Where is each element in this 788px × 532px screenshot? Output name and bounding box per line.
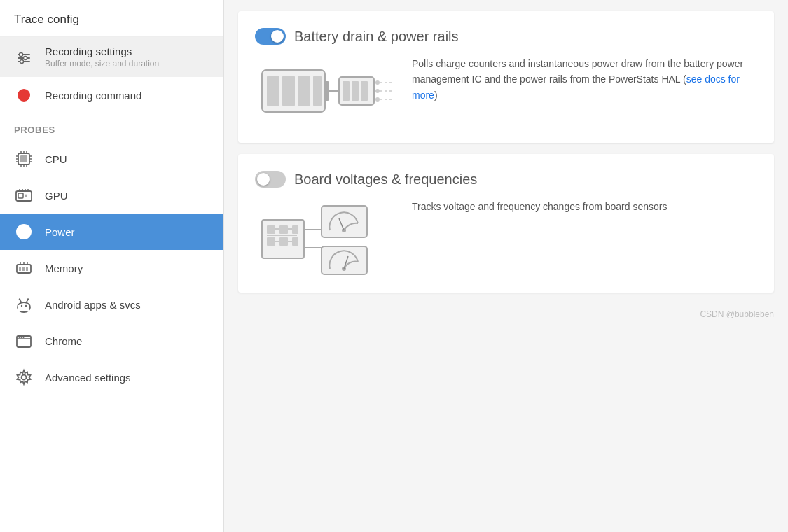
board-voltages-toggle-slider [255, 171, 286, 188]
svg-rect-72 [267, 225, 275, 234]
sidebar-item-power-label: Power [45, 226, 75, 238]
gpu-icon [14, 186, 34, 205]
board-voltages-illustration [255, 199, 395, 276]
battery-drain-toggle-slider [255, 28, 286, 45]
sidebar-item-memory-label: Memory [45, 262, 83, 274]
svg-rect-74 [292, 225, 298, 234]
svg-rect-61 [361, 81, 368, 101]
svg-point-3 [20, 52, 23, 56]
battery-drain-card-header: Battery drain & power rails [255, 28, 757, 45]
board-voltages-title: Board voltages & frequencies [294, 172, 477, 188]
battery-drain-card-body: Polls charge counters and instantaneous … [255, 56, 757, 126]
svg-rect-76 [279, 237, 288, 246]
svg-point-50 [22, 375, 27, 380]
svg-rect-59 [343, 81, 350, 101]
battery-drain-title: Battery drain & power rails [294, 29, 459, 45]
svg-rect-82 [322, 206, 367, 237]
svg-point-4 [24, 56, 27, 59]
svg-rect-53 [282, 76, 295, 106]
main-content: Battery drain & power rails [224, 0, 788, 532]
svg-rect-52 [267, 76, 279, 106]
svg-point-48 [21, 337, 22, 338]
battery-drain-illustration [255, 56, 395, 126]
svg-rect-31 [19, 267, 21, 271]
sidebar-item-recording-command[interactable]: Recording command [0, 77, 223, 113]
sidebar-item-android[interactable]: Android apps & svcs [0, 286, 223, 323]
sidebar-item-memory[interactable]: Memory [0, 250, 223, 286]
sliders-icon [14, 48, 34, 67]
svg-point-6 [18, 89, 30, 102]
probes-section-header: Probes [0, 113, 223, 141]
svg-rect-55 [313, 76, 322, 106]
svg-rect-60 [352, 81, 359, 101]
sidebar-item-advanced-settings[interactable]: Advanced settings [0, 359, 223, 396]
sidebar-item-android-label: Android apps & svcs [45, 299, 141, 311]
sidebar-item-recording-settings-label: Recording settings [45, 46, 159, 57]
sidebar-item-recording-settings[interactable]: Recording settings Buffer mode, size and… [0, 37, 223, 77]
sidebar-item-cpu[interactable]: CPU [0, 141, 223, 177]
svg-rect-8 [20, 155, 27, 162]
sidebar-item-gpu[interactable]: GPU [0, 177, 223, 214]
svg-rect-33 [26, 267, 28, 271]
sidebar-item-power[interactable]: Power [0, 214, 223, 250]
sidebar: Trace config Recording settings Buffer m… [0, 0, 224, 532]
svg-point-5 [20, 59, 24, 63]
svg-point-23 [25, 195, 27, 197]
board-voltages-card-body: Tracks voltage and frequency changes fro… [255, 199, 757, 276]
svg-point-47 [19, 337, 20, 338]
battery-drain-description: Polls charge counters and instantaneous … [412, 56, 757, 103]
svg-rect-38 [18, 305, 29, 311]
svg-point-40 [25, 305, 27, 307]
battery-drain-toggle[interactable] [255, 28, 286, 45]
memory-icon [14, 258, 34, 278]
cpu-icon [14, 149, 34, 169]
svg-point-43 [19, 298, 20, 300]
board-voltages-description: Tracks voltage and frequency changes fro… [412, 199, 667, 214]
svg-rect-73 [279, 225, 288, 234]
sidebar-item-cpu-label: CPU [45, 153, 67, 165]
android-icon [14, 295, 34, 314]
sidebar-item-chrome-label: Chrome [45, 335, 82, 347]
record-icon [14, 85, 34, 105]
footer-watermark: CSDN @bubbleben [224, 304, 788, 325]
svg-point-64 [375, 97, 380, 102]
settings-icon [14, 368, 34, 387]
sidebar-item-advanced-settings-label: Advanced settings [45, 372, 131, 384]
svg-point-49 [23, 337, 25, 338]
svg-rect-75 [267, 237, 275, 246]
svg-rect-32 [22, 267, 25, 271]
svg-rect-56 [325, 81, 329, 101]
sidebar-header: Trace config [0, 0, 223, 37]
battery-drain-card: Battery drain & power rails [238, 11, 774, 143]
svg-point-44 [27, 298, 29, 300]
sidebar-item-recording-settings-sublabel: Buffer mode, size and duration [45, 59, 159, 69]
svg-rect-22 [18, 193, 23, 198]
board-voltages-card-header: Board voltages & frequencies [255, 171, 757, 188]
svg-point-39 [21, 305, 22, 307]
sidebar-item-recording-command-label: Recording command [45, 90, 141, 102]
power-icon [14, 222, 34, 241]
sidebar-item-gpu-label: GPU [45, 190, 68, 202]
svg-rect-54 [298, 76, 310, 106]
svg-point-63 [375, 89, 380, 93]
svg-rect-77 [292, 237, 298, 246]
sidebar-item-chrome[interactable]: Chrome [0, 323, 223, 359]
svg-point-62 [375, 80, 380, 85]
board-voltages-card: Board voltages & frequencies [238, 154, 774, 293]
board-voltages-toggle[interactable] [255, 171, 286, 188]
chrome-icon [14, 331, 34, 351]
